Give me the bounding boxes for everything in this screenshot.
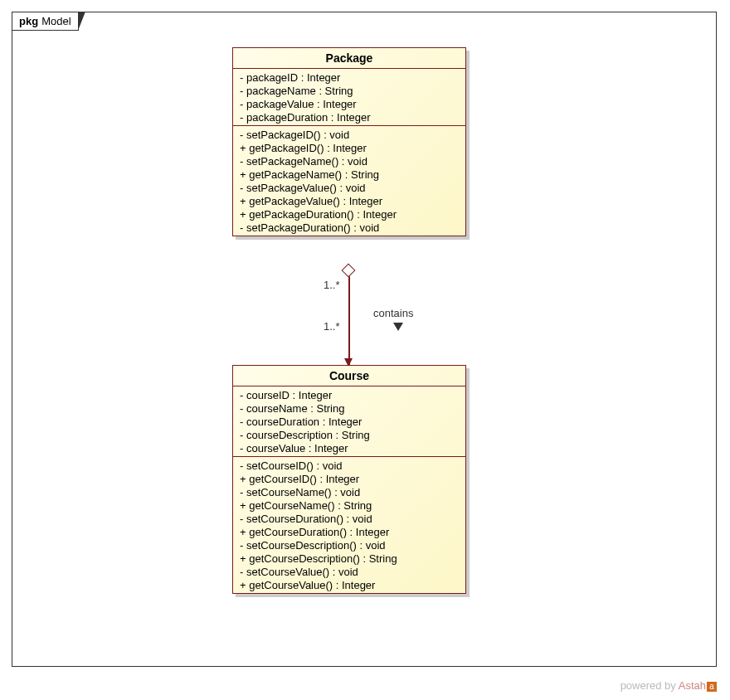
operation: + getPackageDuration() : Integer [240, 207, 459, 221]
frame-name: Model [41, 15, 71, 27]
attribute: - courseValue : Integer [240, 441, 459, 455]
association-name: contains [373, 307, 413, 319]
operation: - setCourseDuration() : void [240, 512, 459, 525]
association-line [348, 270, 350, 365]
operation: + getPackageID() : Integer [240, 141, 459, 154]
class-course: Course - courseID : Integer - courseName… [232, 365, 466, 594]
operation: - setCourseName() : void [240, 485, 459, 498]
footer-brand: Astah [679, 679, 706, 692]
attribute: - packageName : String [240, 84, 459, 97]
operation: - setPackageDuration() : void [240, 221, 459, 234]
operation: - setCourseID() : void [240, 459, 459, 472]
footer-text: powered by [620, 679, 679, 692]
multiplicity-top: 1..* [324, 279, 340, 291]
class-title: Course [233, 366, 465, 386]
frame-prefix: pkg [19, 15, 38, 27]
frame-label: pkg Model [12, 12, 79, 31]
operation: + getCourseValue() : Integer [240, 578, 459, 591]
operation: - setCourseValue() : void [240, 565, 459, 578]
operation: - setPackageID() : void [240, 128, 459, 141]
operation: + getCourseID() : Integer [240, 472, 459, 485]
operations-section: - setPackageID() : void + getPackageID()… [233, 126, 465, 236]
operation: + getCourseDuration() : Integer [240, 525, 459, 538]
multiplicity-bottom: 1..* [324, 320, 340, 333]
attribute: - courseDuration : Integer [240, 415, 459, 428]
operation: + getPackageValue() : Integer [240, 194, 459, 207]
class-title: Package [233, 48, 465, 69]
attributes-section: - courseID : Integer - courseName : Stri… [233, 386, 465, 457]
attribute: - courseName : String [240, 401, 459, 415]
operation: - setPackageName() : void [240, 154, 459, 168]
class-package: Package - packageID : Integer - packageN… [232, 47, 466, 236]
operation: - setCourseDescription() : void [240, 538, 459, 552]
footer-brand-icon: a [707, 682, 717, 692]
attribute: - courseID : Integer [240, 388, 459, 401]
operation: + getPackageName() : String [240, 168, 459, 181]
operation: + getCourseDescription() : String [240, 552, 459, 565]
operation: - setPackageValue() : void [240, 181, 459, 194]
operation: + getCourseName() : String [240, 498, 459, 512]
footer: powered by Astaha [620, 679, 717, 692]
attribute: - packageValue : Integer [240, 97, 459, 110]
attribute: - packageDuration : Integer [240, 110, 459, 124]
attribute: - packageID : Integer [240, 70, 459, 84]
direction-triangle-icon [393, 323, 403, 331]
attribute: - courseDescription : String [240, 428, 459, 441]
attributes-section: - packageID : Integer - packageName : St… [233, 69, 465, 126]
operations-section: - setCourseID() : void + getCourseID() :… [233, 457, 465, 593]
